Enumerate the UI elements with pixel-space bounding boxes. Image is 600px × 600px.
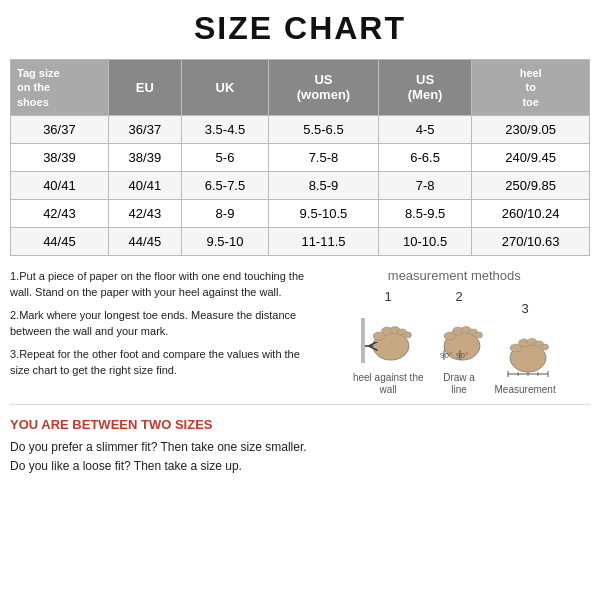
svg-text:90°: 90° — [440, 351, 452, 360]
table-cell: 44/45 — [108, 227, 181, 255]
table-row: 40/4140/416.5-7.58.5-97-8250/9.85 — [11, 171, 590, 199]
fit-notes: Do you prefer a slimmer fit? Then take o… — [10, 438, 590, 476]
instruction-item: 1.Put a piece of paper on the floor with… — [10, 268, 309, 301]
table-cell: 6.5-7.5 — [181, 171, 268, 199]
table-row: 42/4342/438-99.5-10.58.5-9.5260/10.24 — [11, 199, 590, 227]
table-cell: 40/41 — [108, 171, 181, 199]
figure-2-label: Draw aline — [443, 372, 475, 396]
svg-point-23 — [541, 344, 548, 350]
measurement-methods-block: measurement methods 1 — [319, 268, 590, 396]
table-cell: 240/9.45 — [472, 143, 590, 171]
table-cell: 250/9.85 — [472, 171, 590, 199]
table-cell: 42/43 — [108, 199, 181, 227]
header-us-men: US(Men) — [378, 60, 471, 116]
table-cell: 38/39 — [11, 143, 109, 171]
size-chart-table: Tag sizeon theshoes EU UK US(women) US(M… — [10, 59, 590, 256]
header-us-women: US(women) — [269, 60, 379, 116]
table-cell: 5-6 — [181, 143, 268, 171]
header-tag-size: Tag sizeon theshoes — [11, 60, 109, 116]
svg-point-13 — [475, 332, 482, 338]
table-cell: 42/43 — [11, 199, 109, 227]
table-cell: 7-8 — [378, 171, 471, 199]
table-cell: 8.5-9 — [269, 171, 379, 199]
figure-2-num: 2 — [455, 289, 462, 304]
table-cell: 9.5-10 — [181, 227, 268, 255]
table-cell: 8-9 — [181, 199, 268, 227]
table-cell: 44/45 — [11, 227, 109, 255]
table-row: 38/3938/395-67.5-86-6.5240/9.45 — [11, 143, 590, 171]
figure-2-svg: 90° 90° — [432, 308, 487, 368]
fit-note: Do you prefer a slimmer fit? Then take o… — [10, 438, 590, 457]
table-cell: 7.5-8 — [269, 143, 379, 171]
page-title: SIZE CHART — [10, 10, 590, 47]
measurement-title: measurement methods — [319, 268, 590, 283]
table-cell: 8.5-9.5 — [378, 199, 471, 227]
header-uk: UK — [181, 60, 268, 116]
figure-1-label: heel against thewall — [353, 372, 424, 396]
instruction-item: 3.Repeat for the other foot and compare … — [10, 346, 309, 379]
svg-rect-0 — [361, 318, 365, 363]
table-cell: 260/10.24 — [472, 199, 590, 227]
table-cell: 230/9.05 — [472, 115, 590, 143]
table-cell: 270/10.63 — [472, 227, 590, 255]
figure-1-num: 1 — [385, 289, 392, 304]
table-row: 36/3736/373.5-4.55.5-6.54-5230/9.05 — [11, 115, 590, 143]
measurement-figures: 1 heel again — [319, 289, 590, 396]
instruction-item: 2.Mark where your longest toe ends. Meas… — [10, 307, 309, 340]
instructions-block: 1.Put a piece of paper on the floor with… — [10, 268, 309, 396]
measurement-figure-3: 3 Measurement — [495, 301, 556, 396]
table-cell: 9.5-10.5 — [269, 199, 379, 227]
header-heel-toe: heeltotoe — [472, 60, 590, 116]
table-cell: 36/37 — [11, 115, 109, 143]
divider — [10, 404, 590, 405]
figure-3-svg — [498, 320, 553, 380]
table-cell: 11-11.5 — [269, 227, 379, 255]
measurement-figure-2: 2 90° 90° Draw aline — [432, 289, 487, 396]
figure-3-label: Measurement — [495, 384, 556, 396]
svg-point-6 — [404, 332, 411, 338]
figure-1-svg — [361, 308, 416, 368]
svg-text:90°: 90° — [456, 351, 468, 360]
bottom-section: 1.Put a piece of paper on the floor with… — [10, 268, 590, 396]
table-cell: 3.5-4.5 — [181, 115, 268, 143]
table-cell: 5.5-6.5 — [269, 115, 379, 143]
table-cell: 10-10.5 — [378, 227, 471, 255]
table-cell: 36/37 — [108, 115, 181, 143]
figure-3-num: 3 — [521, 301, 528, 316]
header-eu: EU — [108, 60, 181, 116]
table-cell: 38/39 — [108, 143, 181, 171]
fit-note: Do you like a loose fit? Then take a siz… — [10, 457, 590, 476]
table-cell: 4-5 — [378, 115, 471, 143]
table-cell: 40/41 — [11, 171, 109, 199]
table-cell: 6-6.5 — [378, 143, 471, 171]
between-sizes-heading: YOU ARE BETWEEN TWO SIZES — [10, 417, 590, 432]
table-row: 44/4544/459.5-1011-11.510-10.5270/10.63 — [11, 227, 590, 255]
measurement-figure-1: 1 heel again — [353, 289, 424, 396]
